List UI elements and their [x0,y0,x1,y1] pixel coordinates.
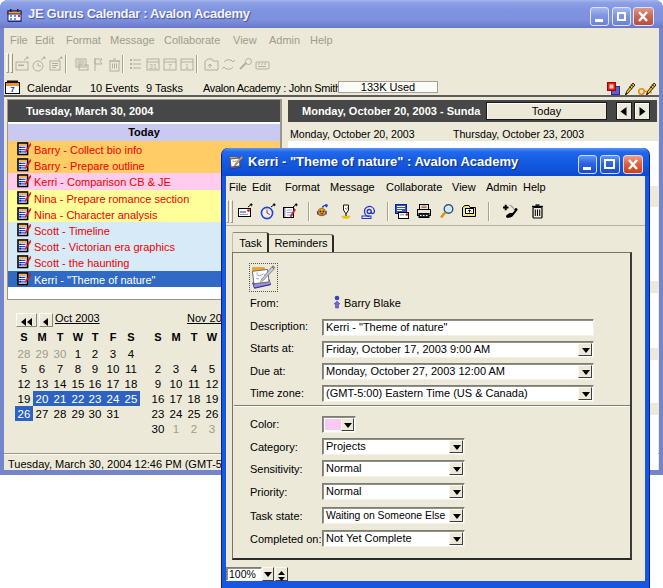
svg-text:31: 31 [149,63,157,70]
svg-text:7: 7 [168,63,172,70]
svg-text:1: 1 [185,63,189,70]
svg-text:7: 7 [10,85,15,94]
